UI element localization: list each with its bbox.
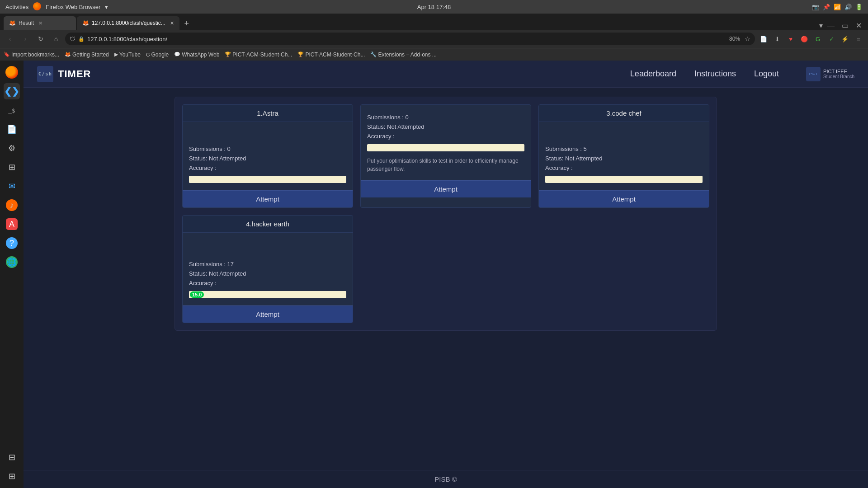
restore-button[interactable]: ▭ <box>839 21 851 30</box>
browser-name-label: Firefox Web Browser <box>46 4 100 10</box>
card-title-astra: 1.Astra <box>183 105 353 122</box>
question-card-codechef: 3.code chef Submissions : 5 Status: Not … <box>538 104 709 208</box>
tab-close-clash[interactable]: ✕ <box>170 20 174 26</box>
firefox-tab-icon: 🦊 <box>9 20 16 26</box>
sidebar-screenshot[interactable]: ⊞ <box>4 159 20 175</box>
minimize-button[interactable]: — <box>825 22 837 30</box>
sidebar-settings[interactable]: ⚙ <box>4 140 20 156</box>
leaderboard-link[interactable]: Leaderboard <box>630 69 676 79</box>
card-title-hackerearth: 4.hacker earth <box>183 216 353 233</box>
app-nav: Leaderboard Instructions Logout PICT PIC… <box>630 67 854 81</box>
sidebar-terminal[interactable]: _$ <box>4 102 20 118</box>
pict-line1: PICT IEEE <box>823 69 854 74</box>
bookmark-whatsapp[interactable]: 💬 WhatsApp Web <box>174 52 219 58</box>
url-text[interactable]: 127.0.0.1:8000/clash/question/ <box>87 36 725 42</box>
tab-close-result[interactable]: ✕ <box>38 20 42 26</box>
bookmark-icon: 🔖 <box>4 52 10 57</box>
logout-link[interactable]: Logout <box>754 69 779 79</box>
app-title: TIMER <box>58 68 91 80</box>
bookmark-label: Import bookmarks... <box>11 52 59 58</box>
bookmark-google[interactable]: G Google <box>146 52 169 58</box>
sidebar-music[interactable]: ♪ <box>4 197 20 213</box>
back-button[interactable]: ‹ <box>4 33 16 45</box>
bookmark-import[interactable]: 🔖 Import bookmarks... <box>4 52 59 58</box>
pict2-icon: 🏆 <box>297 52 304 57</box>
accuracy-label-codechef: Accuracy : <box>545 164 703 171</box>
card-description-2: Put your optimisation skills to test in … <box>367 157 524 173</box>
reload-button[interactable]: ↻ <box>34 33 47 45</box>
sidebar-vscode[interactable]: ❮❯ <box>4 83 20 99</box>
sidebar-stack[interactable]: ⊟ <box>4 449 20 465</box>
getting-started-icon: 🦊 <box>65 52 71 57</box>
ext2-icon[interactable]: G <box>812 33 824 45</box>
sidebar-mail[interactable]: ✉ <box>4 178 20 194</box>
logo-icon: C/sh <box>37 66 53 82</box>
home-button[interactable]: ⌂ <box>50 33 62 45</box>
bookmark-label: YouTube <box>119 52 141 58</box>
ext1-icon[interactable]: 🔴 <box>798 33 810 45</box>
bookmark-label: Getting Started <box>72 52 109 58</box>
address-bar[interactable]: 🛡 🔒 127.0.0.1:8000/clash/question/ 80% ☆ <box>65 33 755 45</box>
sidebar-shop[interactable]: A <box>4 216 20 232</box>
attempt-button-2[interactable]: Attempt <box>361 180 531 197</box>
reader-view-icon[interactable]: 📄 <box>758 33 769 45</box>
question-card-astra: 1.Astra Submissions : 0 Status: Not Atte… <box>182 104 353 208</box>
bookmark-pict1[interactable]: 🏆 PICT-ACM-Student-Ch... <box>225 52 292 58</box>
card-title-codechef: 3.code chef <box>539 105 709 122</box>
sidebar-grid[interactable]: ⊞ <box>4 468 20 484</box>
tab-bar: 🦊 Result ✕ 🦊 127.0.0.1:8000/clash/questi… <box>0 14 868 30</box>
sidebar-firefox[interactable] <box>4 64 20 80</box>
accuracy-bar-2 <box>367 144 524 151</box>
sidebar-help[interactable]: ? <box>4 235 20 251</box>
extensions-icon: 🔧 <box>370 52 377 57</box>
download-icon[interactable]: ⬇ <box>771 33 783 45</box>
instructions-link[interactable]: Instructions <box>694 69 736 79</box>
whatsapp-icon: 💬 <box>174 52 180 57</box>
bookmark-extensions[interactable]: 🔧 Extensions – Add-ons ... <box>370 52 436 58</box>
bookmark-youtube[interactable]: ▶ YouTube <box>114 52 141 58</box>
bookmark-pict2[interactable]: 🏆 PICT-ACM-Student-Ch... <box>297 52 365 58</box>
submissions-codechef: Submissions : 5 <box>545 145 703 152</box>
firefox-tab2-icon: 🦊 <box>82 20 89 26</box>
menu-button[interactable]: ≡ <box>853 33 864 45</box>
battery-icon: 🔋 <box>855 4 863 10</box>
forward-button[interactable]: › <box>19 33 32 45</box>
accuracy-bar-astra <box>189 176 346 183</box>
logo-text: C/sh <box>38 71 52 77</box>
screenshot-icon[interactable]: 📷 <box>812 4 819 10</box>
pin-icon[interactable]: 📌 <box>823 4 830 10</box>
pict-logo: PICT <box>806 67 821 81</box>
main-layout: ❮❯ _$ 📄 ⚙ ⊞ ✉ ♪ A ? 🌐 ⊟ <box>0 61 868 488</box>
question-card-hackerearth: 4.hacker earth Submissions : 17 Status: … <box>182 215 353 323</box>
sidebar-files[interactable]: 📄 <box>4 121 20 137</box>
lock-icon: 🔒 <box>78 36 85 42</box>
activities-label[interactable]: Activities <box>5 4 28 10</box>
ext3-icon[interactable]: ✓ <box>826 33 837 45</box>
card-body-codechef: Submissions : 5 Status: Not Attempted Ac… <box>539 122 709 190</box>
pocket-icon[interactable]: ♥ <box>785 33 797 45</box>
ext4-icon[interactable]: ⚡ <box>839 33 851 45</box>
close-button[interactable]: ✕ <box>853 21 864 30</box>
tab-label: Result <box>19 20 34 26</box>
footer-text: PISB © <box>434 475 457 483</box>
tab-dropdown-icon[interactable]: ▾ <box>819 21 823 30</box>
attempt-button-hackerearth[interactable]: Attempt <box>183 305 353 323</box>
accuracy-bar-codechef <box>545 176 703 183</box>
bookmark-star-icon[interactable]: ☆ <box>745 35 750 42</box>
app-logo: C/sh TIMER <box>37 66 91 82</box>
volume-icon: 🔊 <box>844 4 852 10</box>
new-tab-button[interactable]: + <box>180 17 193 30</box>
attempt-button-codechef[interactable]: Attempt <box>539 190 709 207</box>
bookmarks-bar: 🔖 Import bookmarks... 🦊 Getting Started … <box>0 48 868 61</box>
bookmark-label: PICT-ACM-Student-Ch... <box>305 52 365 58</box>
attempt-button-astra[interactable]: Attempt <box>183 190 353 207</box>
sidebar-network[interactable]: 🌐 <box>4 254 20 270</box>
bookmark-label: Google <box>151 52 169 58</box>
tab-clash[interactable]: 🦊 127.0.0.1:8000/clash/questic... ✕ <box>77 16 179 30</box>
bookmark-getting-started[interactable]: 🦊 Getting Started <box>65 52 109 58</box>
zoom-level: 80% <box>727 36 742 42</box>
bookmark-label: Extensions – Add-ons ... <box>378 52 436 58</box>
accuracy-label-2: Accuracy : <box>367 133 524 140</box>
app-header: C/sh TIMER Leaderboard Instructions Logo… <box>24 61 868 88</box>
tab-result[interactable]: 🦊 Result ✕ <box>4 16 76 30</box>
